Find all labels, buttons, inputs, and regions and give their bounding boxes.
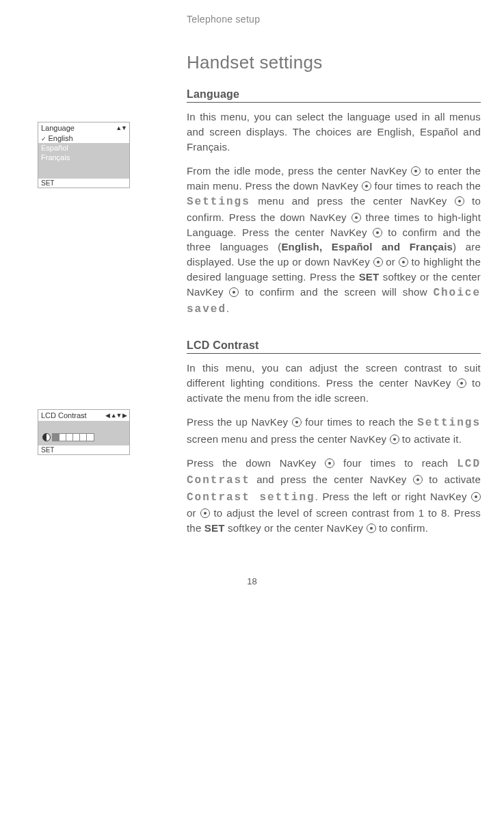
side-screen-language: Language ▲▼ English Español Français SET — [38, 122, 130, 188]
lang-option-francais: Français — [38, 153, 129, 162]
softkey-set: SET — [38, 445, 129, 454]
navkey-center-icon — [411, 166, 421, 176]
contrast-bar — [42, 433, 125, 441]
contrast-intro: In this menu, you can adjust the screen … — [187, 361, 481, 405]
contrast-icon — [42, 433, 51, 441]
contrast-step-settings: Press the up NavKey four times to reach … — [187, 415, 481, 446]
navkey-up-icon — [292, 417, 302, 427]
navkey-center-icon — [413, 475, 423, 484]
running-head: Telephone setup — [187, 14, 464, 25]
page-number: 18 — [40, 576, 464, 586]
navkey-center-icon — [367, 523, 376, 533]
language-steps: From the idle mode, press the center Nav… — [187, 164, 481, 318]
navkey-center-icon — [373, 228, 382, 237]
lang-option-english: English — [38, 133, 129, 143]
side-title: Language — [41, 124, 75, 132]
navkey-left-icon — [471, 492, 481, 502]
section-heading-contrast: LCD Contrast — [187, 339, 481, 354]
navkey-down-icon — [325, 458, 334, 468]
contrast-step-adjust: Press the down NavKey four times to reac… — [187, 456, 481, 535]
navkey-down-icon — [362, 181, 371, 191]
navkey-down-icon — [352, 213, 361, 222]
contrast-level-bars — [52, 433, 94, 441]
softkey-set: SET — [38, 179, 129, 187]
page-title: Handset settings — [187, 52, 481, 73]
section-heading-language: Language — [187, 88, 481, 103]
lang-option-espanol: Español — [38, 143, 129, 153]
navkey-center-icon — [455, 196, 464, 206]
navkey-right-icon — [200, 508, 210, 518]
navkey-up-icon — [373, 257, 383, 267]
language-intro: In this menu, you can select the languag… — [187, 109, 481, 154]
navkey-center-icon — [229, 287, 239, 297]
side-title: LCD Contrast — [41, 411, 87, 419]
updown-arrows-icon: ▲▼ — [116, 125, 127, 131]
side-screen-contrast: LCD Contrast ◀ ▲▼ ▶ SET — [38, 409, 130, 455]
navkey-center-icon — [457, 378, 466, 388]
nav-arrows-icon: ◀ ▲▼ ▶ — [105, 412, 127, 419]
navkey-center-icon — [390, 435, 399, 444]
navkey-down-icon — [399, 257, 408, 267]
